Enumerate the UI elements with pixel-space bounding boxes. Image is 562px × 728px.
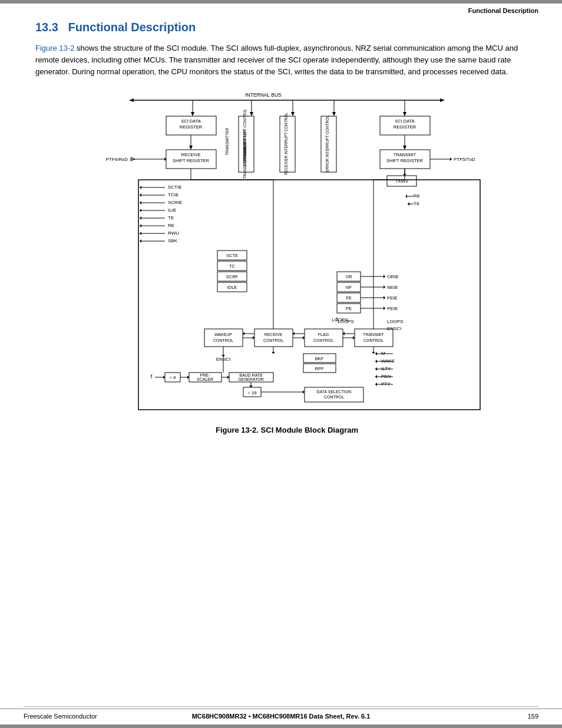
svg-text:SBK: SBK — [168, 238, 178, 243]
footer-page-number: 159 — [528, 713, 538, 720]
page-content: 13.3 Functional Description Figure 13-2 … — [35, 21, 538, 699]
svg-text:CONTROL: CONTROL — [324, 395, 344, 399]
svg-text:IDLE: IDLE — [227, 285, 237, 290]
svg-marker-108 — [384, 307, 385, 310]
svg-text:FLAG: FLAG — [318, 332, 329, 337]
svg-marker-147 — [375, 352, 377, 355]
svg-text:T8: T8 — [414, 201, 419, 206]
svg-text:PEIE: PEIE — [387, 306, 398, 311]
svg-text:REGISTER: REGISTER — [394, 124, 416, 130]
svg-text:TRANSMITTER INTERRUPT CONTROL: TRANSMITTER INTERRUPT CONTROL — [243, 109, 247, 179]
footer-center-text: MC68HC908MR32 • MC68HC908MR16 Data Sheet… — [192, 713, 371, 720]
svg-marker-105 — [384, 296, 385, 299]
svg-marker-9 — [291, 112, 295, 116]
svg-text:FE: FE — [346, 295, 352, 301]
svg-text:SCTIE: SCTIE — [168, 185, 182, 190]
svg-text:PE: PE — [346, 306, 352, 311]
svg-text:RECEIVER INTERRUPT CONTROL: RECEIVER INTERRUPT CONTROL — [284, 113, 288, 175]
svg-text:TRANSMITTER: TRANSMITTER — [225, 128, 229, 156]
svg-marker-40 — [403, 146, 406, 150]
svg-text:NEIE: NEIE — [387, 285, 398, 290]
svg-marker-153 — [375, 367, 377, 371]
svg-text:LOOPS: LOOPS — [387, 319, 404, 324]
svg-marker-185 — [372, 352, 375, 354]
svg-text:RWU: RWU — [168, 230, 179, 236]
footer-left-text: Freescale Semiconductor — [24, 713, 97, 720]
svg-marker-77 — [140, 232, 141, 235]
svg-text:CONTROL: CONTROL — [263, 338, 283, 342]
svg-marker-156 — [375, 375, 377, 378]
svg-text:PRE-: PRE- — [200, 373, 210, 377]
svg-rect-120 — [305, 329, 343, 347]
svg-rect-113 — [138, 180, 480, 410]
svg-marker-56 — [408, 202, 409, 206]
svg-text:CONTROL: CONTROL — [313, 338, 333, 342]
svg-marker-68 — [140, 209, 141, 212]
svg-rect-123 — [355, 329, 393, 347]
svg-marker-5 — [191, 112, 194, 116]
svg-text:R8: R8 — [414, 193, 420, 199]
svg-marker-62 — [140, 193, 141, 197]
svg-text:PTF5/TxD: PTF5/TxD — [454, 157, 475, 162]
svg-text:NF: NF — [346, 285, 352, 290]
svg-text:DATA SELECTION: DATA SELECTION — [317, 390, 352, 394]
svg-text:BAUD RATE: BAUD RATE — [239, 373, 263, 377]
svg-rect-117 — [254, 329, 293, 347]
body-text-content: shows the structure of the SCI module. T… — [35, 44, 518, 76]
svg-text:TRANSMIT: TRANSMIT — [394, 152, 416, 157]
svg-text:LOOPS: LOOPS — [332, 317, 348, 322]
figure-container: INTERNAL BUS SCI DATA REGISTER — [35, 88, 538, 434]
page-border-bottom — [0, 724, 562, 728]
svg-marker-102 — [384, 285, 385, 289]
svg-marker-45 — [450, 157, 452, 161]
svg-text:SCI DATA: SCI DATA — [395, 118, 414, 124]
svg-text:ERROR INTERRUPT CONTROL: ERROR INTERRUPT CONTROL — [325, 116, 329, 172]
svg-text:RECEIVE: RECEIVE — [265, 332, 283, 337]
svg-marker-11 — [332, 112, 336, 116]
svg-text:SCRF: SCRF — [226, 274, 239, 279]
figure-link[interactable]: Figure 13-2 — [35, 44, 74, 52]
svg-text:WAKEUP: WAKEUP — [214, 332, 232, 337]
svg-marker-3 — [440, 98, 445, 102]
page-header: Functional Description — [468, 7, 538, 14]
svg-text:ILIE: ILIE — [168, 207, 176, 213]
section-number: 13.3 — [35, 21, 58, 34]
svg-marker-7 — [250, 112, 253, 116]
svg-text:OR: OR — [345, 274, 352, 279]
svg-text:SCRIE: SCRIE — [168, 200, 182, 205]
figure-caption: Figure 13-2. SCI Module Block Diagram — [216, 426, 358, 434]
svg-text:GENERATOR: GENERATOR — [238, 377, 264, 381]
sci-block-diagram: INTERNAL BUS SCI DATA REGISTER — [75, 88, 499, 419]
svg-text:÷ 4: ÷ 4 — [169, 375, 176, 380]
svg-text:f: f — [151, 374, 153, 380]
svg-marker-99 — [384, 275, 385, 278]
page-border-top — [0, 0, 562, 4]
svg-text:SCTE: SCTE — [226, 253, 238, 258]
header-text: Functional Description — [468, 7, 538, 14]
svg-marker-53 — [406, 195, 408, 198]
svg-marker-183 — [272, 352, 275, 354]
svg-marker-80 — [140, 239, 141, 243]
svg-text:SCALER: SCALER — [197, 377, 213, 381]
svg-text:INTERNAL BUS: INTERNAL BUS — [245, 92, 282, 98]
svg-marker-74 — [140, 224, 141, 228]
svg-text:SHIFT REGISTER: SHIFT REGISTER — [173, 158, 210, 163]
svg-marker-2 — [129, 98, 134, 102]
svg-text:ORIE: ORIE — [387, 274, 399, 279]
body-paragraph: Figure 13-2 shows the structure of the S… — [35, 42, 538, 78]
svg-marker-159 — [375, 383, 377, 386]
svg-text:SCI DATA: SCI DATA — [181, 118, 200, 124]
svg-text:RE: RE — [168, 223, 174, 228]
svg-text:SHIFT REGISTER: SHIFT REGISTER — [386, 158, 424, 163]
svg-text:CONTROL: CONTROL — [213, 338, 233, 342]
svg-text:TC: TC — [229, 263, 236, 269]
svg-marker-13 — [403, 112, 406, 116]
svg-text:TE: TE — [168, 215, 174, 220]
svg-text:RPF: RPF — [315, 366, 324, 371]
svg-marker-59 — [140, 186, 141, 189]
section-title: 13.3 Functional Description — [35, 21, 538, 34]
svg-text:CONTROL: CONTROL — [363, 338, 384, 342]
svg-text:BKF: BKF — [315, 356, 324, 361]
svg-text:FEIE: FEIE — [387, 295, 398, 301]
svg-text:TCIE: TCIE — [168, 192, 178, 197]
